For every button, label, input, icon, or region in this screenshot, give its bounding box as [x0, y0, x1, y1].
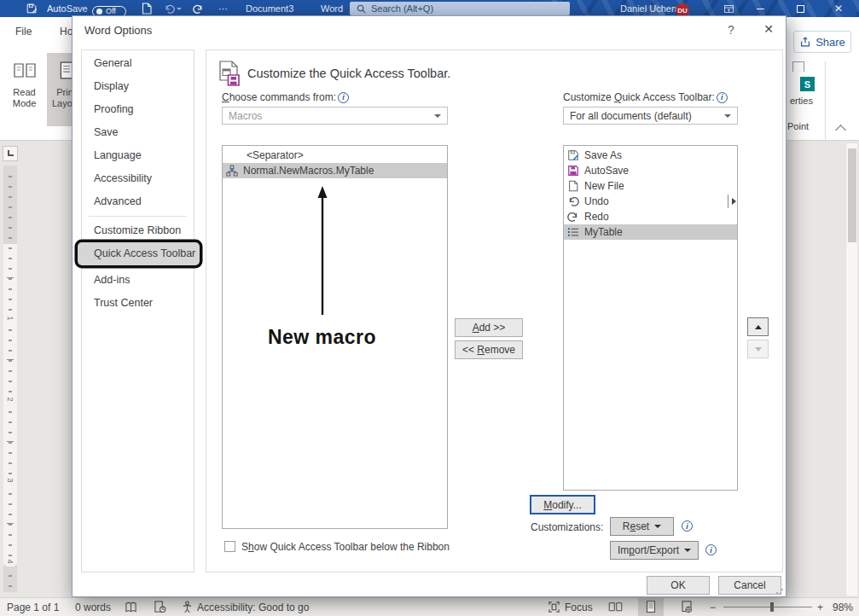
nav-item-advanced[interactable]: Advanced	[82, 190, 194, 213]
zoom-slider-thumb[interactable]	[770, 602, 774, 612]
nav-item-proofing[interactable]: Proofing	[82, 98, 194, 121]
nav-item-accessibility[interactable]: Accessibility	[82, 167, 194, 190]
chevron-down-icon	[684, 549, 691, 552]
vertical-scrollbar[interactable]	[845, 143, 857, 596]
choose-commands-dropdown[interactable]: Macros	[222, 107, 448, 125]
list-item-undo[interactable]: Undo	[564, 194, 737, 209]
save-icon[interactable]	[26, 0, 38, 17]
collapse-ribbon-icon[interactable]	[835, 125, 846, 136]
share-label: Share	[815, 36, 845, 49]
chevron-down-icon	[724, 114, 731, 118]
status-bar: Page 1 of 1 0 words Accessibility: Good …	[0, 597, 859, 616]
qat-header-icon	[218, 61, 241, 90]
search-input[interactable]	[371, 3, 542, 14]
minimize-button[interactable]	[747, 0, 773, 17]
zoom-slider[interactable]	[723, 607, 812, 607]
nav-item-general[interactable]: General	[82, 52, 194, 75]
list-item-new-file[interactable]: New File	[564, 178, 737, 194]
list-item-mytable[interactable]: MyTable	[564, 224, 737, 240]
close-button[interactable]: ✕	[826, 0, 851, 17]
page-indicator[interactable]: Page 1 of 1	[7, 598, 59, 616]
list-item-separator[interactable]: <Separator>	[223, 148, 447, 163]
ribbon-display-options-icon[interactable]	[723, 0, 734, 17]
nav-item-language[interactable]: Language	[82, 144, 194, 167]
ok-button[interactable]: OK	[647, 576, 710, 595]
list-item-save-as[interactable]: Save As	[564, 148, 737, 163]
undo-dropdown-caret[interactable]	[177, 8, 182, 10]
qat-overflow-icon[interactable]: ⋯	[218, 0, 228, 17]
chevron-down-icon	[434, 114, 441, 118]
chevron-down-icon	[654, 525, 661, 528]
ruler-major-tick	[7, 359, 14, 360]
list-item-redo[interactable]: Redo	[564, 209, 737, 224]
save-as-icon	[567, 149, 579, 161]
read-mode-view-button[interactable]	[602, 598, 628, 616]
list-item-macro[interactable]: Normal.NewMacros.MyTable	[223, 163, 447, 178]
add-button[interactable]: Add >>	[455, 318, 523, 337]
list-icon	[567, 226, 579, 238]
reset-button[interactable]: Reset	[610, 517, 674, 536]
print-layout-view-button[interactable]	[638, 598, 664, 616]
reset-info[interactable]: i	[682, 520, 693, 532]
info-icon: i	[705, 544, 717, 555]
dialog-help-button[interactable]: ?	[723, 23, 740, 37]
document-title: Document3	[246, 0, 293, 17]
accessibility-status[interactable]: Accessibility: Good to go	[197, 598, 309, 616]
panel-heading: Customize the Quick Access Toolbar.	[247, 67, 450, 80]
focus-toggle[interactable]: Focus	[565, 598, 593, 616]
import-export-info[interactable]: i	[705, 544, 717, 555]
zoom-out-button[interactable]: −	[710, 598, 716, 616]
sharepoint-icon: S	[800, 77, 815, 91]
nav-item-trust-center[interactable]: Trust Center	[82, 292, 194, 315]
modify-button[interactable]: Modify...	[530, 495, 595, 514]
web-layout-view-button[interactable]	[674, 598, 699, 616]
vertical-ruler: 1 2 3 4	[3, 166, 17, 592]
qat-list: Save As AutoSave New File Undo Re	[563, 145, 738, 491]
undo-icon	[567, 195, 579, 207]
redo-icon	[567, 211, 579, 223]
info-icon[interactable]: i	[338, 92, 349, 103]
cancel-button[interactable]: Cancel	[718, 576, 781, 595]
new-file-icon[interactable]	[142, 0, 152, 17]
title-bar: AutoSave Off ⋯ Document3 Word Daniel Uch…	[0, 0, 859, 17]
move-down-button[interactable]	[747, 340, 769, 358]
search-box[interactable]	[350, 2, 570, 15]
move-up-button[interactable]	[747, 317, 769, 336]
word-count[interactable]: 0 words	[75, 598, 111, 616]
customize-qat-dropdown[interactable]: For all documents (default)	[563, 107, 738, 125]
maximize-button[interactable]	[787, 0, 813, 17]
redo-icon[interactable]	[193, 0, 204, 17]
proofing-icon[interactable]	[125, 598, 137, 616]
nav-item-save[interactable]: Save	[82, 121, 194, 144]
resize-grip[interactable]	[775, 586, 784, 595]
import-export-button[interactable]: Import/Export	[610, 541, 699, 560]
read-mode-icon	[13, 61, 37, 80]
autosave-icon	[567, 165, 579, 177]
nav-item-add-ins[interactable]: Add-ins	[82, 269, 194, 292]
nav-item-quick-access-toolbar[interactable]: Quick Access Toolbar	[78, 242, 200, 265]
tab-selector[interactable]	[3, 146, 18, 161]
list-item-autosave[interactable]: AutoSave	[564, 163, 737, 178]
info-icon[interactable]: i	[717, 92, 728, 103]
remove-button[interactable]: << Remove	[455, 340, 523, 359]
undo-flyout-arrow[interactable]	[728, 195, 736, 208]
share-button[interactable]: Share	[793, 31, 851, 53]
dialog-close-button[interactable]: ✕	[759, 22, 778, 36]
customize-qat-value: For all documents (default)	[570, 110, 692, 122]
editor-icon[interactable]	[154, 598, 166, 616]
toggle-knob	[96, 9, 102, 15]
zoom-in-button[interactable]: +	[817, 598, 823, 616]
tab-file[interactable]: File	[15, 26, 32, 38]
nav-item-customize-ribbon[interactable]: Customize Ribbon	[82, 219, 194, 242]
read-mode-button[interactable]: Read Mode	[4, 53, 44, 126]
customizations-label: Customizations:	[531, 521, 603, 533]
show-below-ribbon-checkbox[interactable]	[224, 541, 235, 552]
read-mode-label: Read Mode	[4, 87, 44, 109]
nav-item-display[interactable]: Display	[82, 75, 194, 98]
ruler-major-tick	[7, 523, 14, 524]
ruler-number: 1	[6, 313, 15, 323]
autosave-label: AutoSave	[47, 0, 88, 17]
scrollbar-thumb[interactable]	[848, 148, 856, 242]
zoom-level[interactable]: 98%	[833, 598, 853, 616]
undo-icon[interactable]	[164, 0, 182, 17]
